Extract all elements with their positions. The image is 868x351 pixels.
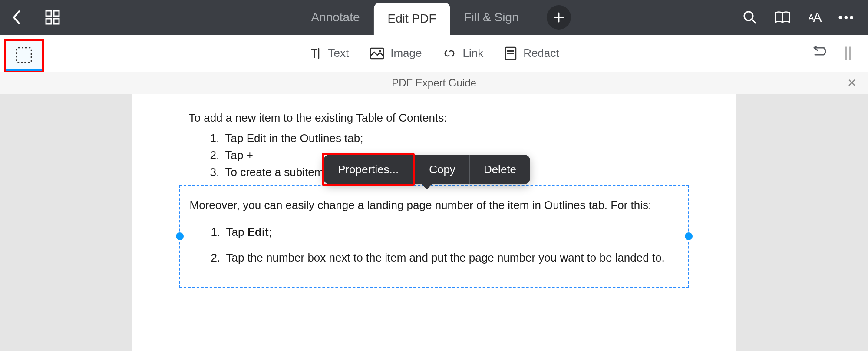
small-a-icon: A	[808, 13, 813, 23]
svg-rect-1	[54, 11, 59, 16]
link-icon	[442, 46, 456, 60]
image-tool[interactable]: Image	[370, 46, 422, 60]
selected-text-block[interactable]: Moreover, you can easily change a landin…	[179, 185, 689, 288]
text-tool[interactable]: Text	[309, 46, 349, 60]
book-icon	[774, 10, 791, 24]
svg-point-7	[379, 50, 381, 52]
edit-tools-group: Text Image Link Redact	[309, 46, 559, 61]
close-icon: ✕	[847, 76, 857, 89]
list-item: Tap Edit;	[224, 223, 679, 241]
mode-tabs: Annotate Edit PDF Fill & Sign	[297, 0, 571, 35]
list-item: Tap the number box next to the item and …	[224, 249, 679, 266]
list-item-bold: Edit	[248, 225, 269, 238]
thumbnails-button[interactable]	[45, 10, 60, 25]
edit-toolbar: Text Image Link Redact	[0, 35, 868, 72]
reader-view-button[interactable]	[774, 10, 791, 24]
toolbar-drag-handle[interactable]	[845, 46, 851, 60]
toolbar-right-group: AA •••	[743, 10, 855, 25]
plus-icon	[553, 12, 564, 23]
search-icon	[743, 10, 757, 24]
tab-fill-sign[interactable]: Fill & Sign	[450, 0, 533, 35]
svg-rect-9	[507, 50, 514, 52]
selected-paragraph: Moreover, you can easily change a landin…	[190, 196, 679, 214]
svg-rect-3	[54, 19, 59, 24]
redact-tool-label: Redact	[523, 46, 559, 60]
undo-button[interactable]	[812, 46, 830, 61]
context-menu-copy[interactable]: Copy	[415, 155, 469, 184]
selection-handle-left[interactable]	[176, 232, 184, 240]
search-button[interactable]	[743, 10, 757, 24]
more-options-button[interactable]: •••	[838, 10, 855, 24]
list-item: Tap Edit in the Outlines tab;	[223, 130, 680, 147]
grid-icon	[45, 10, 60, 25]
document-viewport[interactable]: To add a new item to the existing Table …	[0, 94, 868, 351]
tab-edit-pdf[interactable]: Edit PDF	[374, 3, 450, 35]
main-toolbar: Annotate Edit PDF Fill & Sign AA •••	[0, 0, 868, 35]
steps-list-2: Tap Edit; Tap the number box next to the…	[190, 223, 679, 266]
document-page[interactable]: To add a new item to the existing Table …	[132, 94, 736, 351]
selection-handle-right[interactable]	[685, 232, 693, 240]
context-menu: Properties... Copy Delete	[323, 155, 530, 184]
text-tool-label: Text	[328, 46, 349, 60]
image-tool-label: Image	[390, 46, 422, 60]
redact-tool[interactable]: Redact	[504, 46, 559, 61]
toolbar-left-group	[9, 10, 60, 25]
back-button[interactable]	[9, 10, 21, 25]
chevron-left-icon	[12, 10, 21, 25]
intro-paragraph: To add a new item to the existing Table …	[189, 111, 680, 125]
ellipsis-icon: •••	[838, 10, 855, 24]
selection-marquee-icon	[15, 46, 33, 64]
context-menu-delete[interactable]: Delete	[470, 155, 530, 184]
selection-tool-button[interactable]	[4, 39, 44, 73]
add-tab-button[interactable]	[547, 5, 571, 30]
redact-icon	[504, 46, 517, 61]
close-document-button[interactable]: ✕	[847, 76, 857, 90]
edit-toolbar-right	[812, 46, 851, 61]
tab-annotate[interactable]: Annotate	[297, 0, 373, 35]
text-cursor-icon	[309, 47, 322, 60]
link-tool-label: Link	[462, 46, 483, 60]
text-size-button[interactable]: AA	[808, 10, 821, 25]
document-title-bar: PDF Expert Guide ✕	[0, 72, 868, 94]
list-item-text: ;	[269, 225, 272, 238]
list-item-text: Tap	[226, 225, 248, 238]
context-menu-properties[interactable]: Properties...	[322, 153, 415, 186]
image-icon	[370, 47, 384, 60]
document-title: PDF Expert Guide	[392, 77, 476, 89]
svg-rect-0	[46, 11, 51, 16]
link-tool[interactable]: Link	[442, 46, 483, 60]
undo-icon	[812, 46, 830, 59]
svg-rect-5	[17, 48, 31, 63]
large-a-icon: A	[813, 10, 821, 25]
svg-rect-2	[46, 19, 51, 24]
